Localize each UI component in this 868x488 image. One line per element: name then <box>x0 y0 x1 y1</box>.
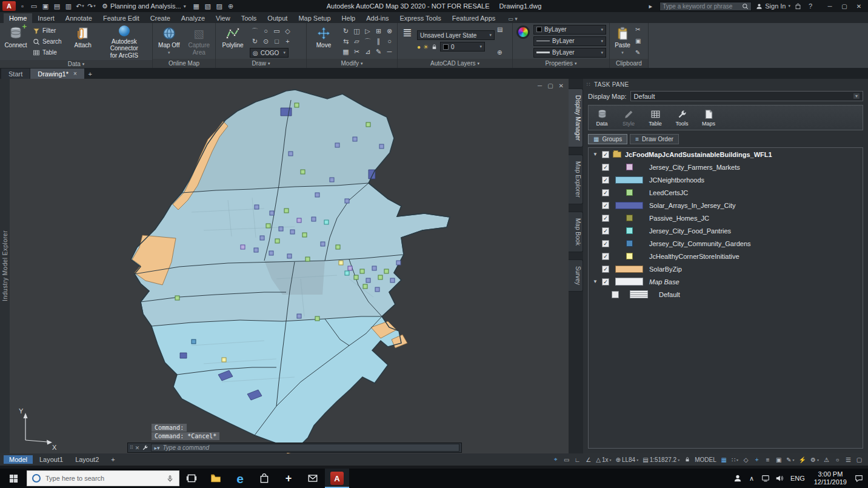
map-marker[interactable] <box>330 178 334 182</box>
draw-tool-icon[interactable]: ⊙ <box>261 36 271 46</box>
properties-panel-label[interactable]: Properties▾ <box>513 59 609 68</box>
annotation-edit-icon[interactable]: ✎ ▾ <box>784 455 796 464</box>
map-marker[interactable] <box>290 230 295 234</box>
ribbon-tab-output[interactable]: Output <box>262 13 293 23</box>
ribbon-tab-tools[interactable]: Tools <box>236 13 262 23</box>
root-checkbox[interactable]: ✓ <box>602 151 609 158</box>
save-as-icon[interactable]: ▤ <box>52 1 62 11</box>
modify-tool-icon[interactable]: ◫ <box>352 26 362 36</box>
map-marker[interactable] <box>375 287 379 292</box>
dynamic-input-icon[interactable]: + <box>752 455 762 464</box>
filter-button[interactable]: Filter <box>32 26 67 35</box>
map-marker[interactable] <box>366 122 370 127</box>
osnap-icon[interactable]: ◇ <box>741 455 751 464</box>
ribbon-tab-view[interactable]: View <box>210 13 236 23</box>
map-marker[interactable] <box>366 278 370 282</box>
grid-display-icon[interactable]: ▦ <box>719 455 729 464</box>
coordinate-system-control[interactable]: ⊕ LL84 ▾ <box>614 455 641 464</box>
taskpane-tool-maps[interactable]: Maps <box>699 109 718 127</box>
modify-tool-icon[interactable]: ▷ <box>362 26 373 36</box>
draw-tool-icon[interactable]: ◇ <box>282 26 293 36</box>
ribbon-tab-feature-edit[interactable]: Feature Edit <box>98 13 145 23</box>
map-marker[interactable] <box>275 239 279 243</box>
industry-model-explorer-strip[interactable]: Industry Model Explorer <box>0 79 10 453</box>
modify-tool-icon[interactable]: ─ <box>384 47 395 56</box>
taskpane-tool-data[interactable]: Data <box>592 109 612 127</box>
map-marker[interactable] <box>302 233 307 237</box>
map-base-checkbox[interactable]: ✓ <box>602 278 609 286</box>
workspace-switcher[interactable]: ⚙Planning and Analysis...▾ <box>98 1 190 11</box>
map-marker[interactable] <box>295 103 299 107</box>
open-file-icon[interactable]: ▭ <box>29 1 39 11</box>
layout2-tab[interactable]: Layout2 <box>70 455 104 464</box>
workspace-switching-icon[interactable]: ⚙ ▾ <box>809 455 821 464</box>
new-file-icon[interactable]: ▫ <box>18 1 27 11</box>
position-lock-icon[interactable] <box>682 455 692 464</box>
map-scale-control[interactable]: ▤ 1:51827.2 ▾ <box>641 455 681 464</box>
display-map-dropdown[interactable]: Default ▾ <box>630 91 863 101</box>
draw-tool-icon[interactable]: □ <box>272 36 282 46</box>
layer-checkbox[interactable]: ✓ <box>602 266 609 273</box>
map-marker[interactable] <box>339 261 343 265</box>
new-tab-button[interactable]: + <box>85 69 96 79</box>
move-button[interactable]: Move <box>309 24 338 58</box>
start-button[interactable] <box>0 469 27 488</box>
table-button[interactable]: Table <box>32 48 67 57</box>
action-center-icon[interactable] <box>852 469 866 488</box>
map-marker[interactable] <box>345 271 349 275</box>
data-panel-label[interactable]: Data▾ <box>0 60 152 68</box>
file-tab-start[interactable]: Start <box>1 69 30 79</box>
search-button[interactable]: Search <box>32 37 67 46</box>
plot-icon[interactable]: ▥ <box>64 1 73 11</box>
layer-checkbox[interactable]: ✓ <box>602 202 609 209</box>
expander-icon[interactable]: ▼ <box>592 279 598 284</box>
draw-tool-icon[interactable]: ⌒ <box>250 26 260 36</box>
ribbon-tab-insert[interactable]: Insert <box>32 13 60 23</box>
map-marker[interactable] <box>269 251 273 255</box>
map-marker[interactable] <box>335 143 339 147</box>
selection-cycling-icon[interactable]: ▣ <box>773 455 784 464</box>
connect-button[interactable]: + Connect <box>2 24 29 59</box>
model-space-toggle[interactable]: MODEL <box>693 455 718 464</box>
layer-checkbox[interactable]: ✓ <box>602 176 609 184</box>
taskbar-search-box[interactable] <box>27 470 179 486</box>
side-tab-map-explorer[interactable]: Map Explorer <box>569 155 583 204</box>
taskbar-search-input[interactable] <box>45 475 161 482</box>
map-marker[interactable] <box>353 137 357 141</box>
attach-button[interactable]: Attach <box>70 24 96 59</box>
layer-properties-icon[interactable]: ≣ <box>400 24 415 40</box>
clean-screen-icon[interactable]: ▢ <box>854 455 864 464</box>
map-marker[interactable] <box>372 266 376 270</box>
layer-state-dropdown[interactable]: Unsaved Layer State▾ <box>417 30 495 40</box>
cogo-dropdown[interactable]: ◎COGO▾ <box>250 48 289 58</box>
map-marker[interactable] <box>289 152 293 156</box>
layer-checkbox[interactable]: ✓ <box>602 164 609 171</box>
arcgis-connector-button[interactable]: Autodesk Connector for ArcGIS <box>99 24 150 59</box>
help-search-input[interactable] <box>663 3 739 10</box>
geolocation-icon[interactable]: ⊕ <box>226 1 236 11</box>
polyline-button[interactable]: Polyline <box>218 24 247 58</box>
groups-button[interactable]: ▦Groups <box>588 134 627 144</box>
color-wheel-icon[interactable] <box>516 25 530 39</box>
task-pane-header[interactable]: ∷ TASK PANE <box>583 79 868 90</box>
polar-tracking-icon[interactable]: ∠ <box>583 455 593 464</box>
layers-panel-label[interactable]: AutoCAD Layers▾ <box>398 59 512 68</box>
network-icon[interactable] <box>759 469 772 488</box>
layer-row-jersey-city-food-pantries[interactable]: ✓Jersey_City_Food_Pantries <box>589 224 863 237</box>
task-view-button[interactable] <box>179 469 204 488</box>
application-menu-button[interactable]: A <box>2 1 16 11</box>
object-color-dropdown[interactable]: ByLayer▾ <box>533 25 606 35</box>
help-icon[interactable]: ? <box>806 1 815 11</box>
side-tab-map-book[interactable]: Map Book <box>569 212 583 252</box>
command-close-icon[interactable]: ✕ <box>135 445 140 451</box>
modify-tool-icon[interactable]: ↻ <box>341 26 351 36</box>
layer-row-jcneightborhoods[interactable]: ✓JCNeightborhoods <box>589 173 863 186</box>
annotation-monitor-icon[interactable]: ⚠ <box>821 455 832 464</box>
layer-tool-icon[interactable]: ▤ <box>497 26 502 33</box>
map-marker[interactable] <box>312 217 316 221</box>
hatch-icon[interactable]: ▨ <box>215 1 224 11</box>
ribbon-display-toggle[interactable]: ▭ ▾ <box>504 15 521 23</box>
expander-icon[interactable]: ▼ <box>592 152 598 157</box>
side-tab-display-manager[interactable]: Display Manager <box>569 89 583 147</box>
app-store-icon[interactable] <box>795 3 801 10</box>
